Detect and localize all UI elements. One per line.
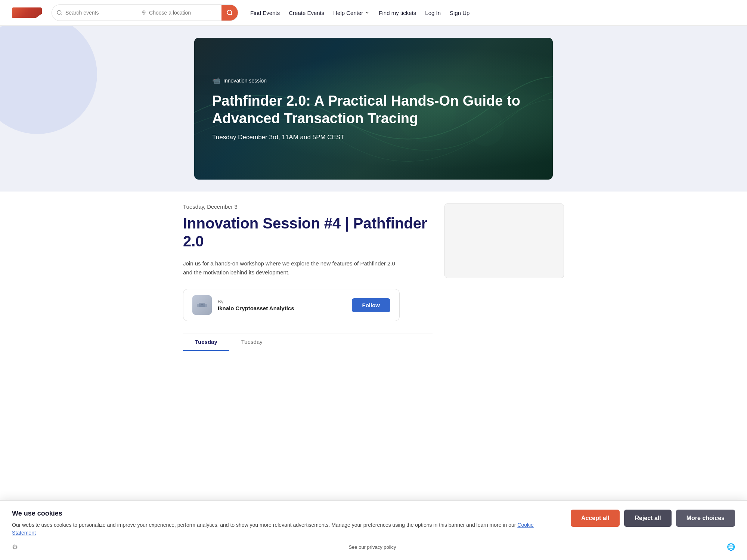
organizer-left: By Iknaio Cryptoasset Analytics	[192, 295, 294, 315]
org-info: By Iknaio Cryptoasset Analytics	[218, 299, 294, 311]
hero-date: Tuesday December 3rd, 11AM and 5PM CEST	[212, 134, 535, 141]
search-button[interactable]	[221, 4, 238, 21]
organizer-card: By Iknaio Cryptoasset Analytics Follow	[183, 289, 400, 321]
location-input[interactable]	[149, 10, 217, 16]
event-description: Join us for a hands-on workshop where we…	[183, 259, 400, 277]
search-bar	[52, 4, 238, 21]
event-title: Innovation Session #4 | Pathfinder 2.0	[183, 214, 433, 250]
nav-find-tickets[interactable]: Find my tickets	[379, 10, 416, 16]
org-avatar-icon	[196, 301, 208, 309]
search-button-icon	[226, 9, 233, 16]
main-content: Tuesday, December 3 Innovation Session #…	[168, 192, 579, 363]
blob-decoration	[0, 26, 97, 134]
org-name: Iknaio Cryptoasset Analytics	[218, 305, 294, 311]
tab-tuesday-2[interactable]: Tuesday	[229, 333, 275, 351]
nav-find-events[interactable]: Find Events	[250, 10, 280, 16]
search-input[interactable]	[65, 10, 132, 16]
event-date-line: Tuesday, December 3	[183, 203, 433, 210]
content-with-aside: Tuesday, December 3 Innovation Session #…	[183, 203, 564, 351]
session-badge-text: Innovation session	[223, 78, 267, 84]
org-by-label: By	[218, 299, 294, 304]
follow-button[interactable]: Follow	[352, 298, 391, 312]
camera-icon: 📹	[212, 77, 220, 85]
nav-login[interactable]: Log In	[425, 10, 441, 16]
svg-line-1	[61, 14, 62, 15]
hero-image-container: 📹 Innovation session Pathfinder 2.0: A P…	[194, 38, 553, 180]
hero-section: 📹 Innovation session Pathfinder 2.0: A P…	[0, 26, 747, 192]
logo-image	[12, 7, 42, 18]
svg-point-2	[143, 12, 144, 13]
nav-links: Find Events Create Events Help Center Fi…	[250, 10, 469, 16]
tabs-row: Tuesday Tuesday	[183, 333, 433, 351]
svg-point-0	[57, 10, 61, 15]
nav-help-center[interactable]: Help Center	[333, 10, 370, 16]
location-input-wrap	[137, 10, 222, 16]
hero-title: Pathfinder 2.0: A Practical Hands-On Gui…	[212, 92, 535, 128]
org-avatar	[192, 295, 212, 315]
svg-point-9	[201, 304, 203, 305]
search-input-wrap	[52, 10, 137, 16]
nav-signup[interactable]: Sign Up	[450, 10, 469, 16]
chevron-down-icon	[365, 10, 370, 15]
logo[interactable]	[12, 7, 46, 18]
location-icon	[142, 10, 146, 15]
main-column: Tuesday, December 3 Innovation Session #…	[183, 203, 433, 351]
session-badge: 📹 Innovation session	[212, 77, 535, 85]
navbar: Find Events Create Events Help Center Fi…	[0, 0, 747, 26]
side-column	[444, 203, 564, 351]
search-icon	[56, 10, 62, 16]
tab-tuesday-1[interactable]: Tuesday	[183, 333, 229, 351]
nav-create-events[interactable]: Create Events	[289, 10, 324, 16]
svg-line-4	[231, 14, 232, 15]
hero-image: 📹 Innovation session Pathfinder 2.0: A P…	[194, 38, 553, 180]
side-panel	[444, 203, 564, 278]
svg-point-3	[227, 10, 232, 15]
